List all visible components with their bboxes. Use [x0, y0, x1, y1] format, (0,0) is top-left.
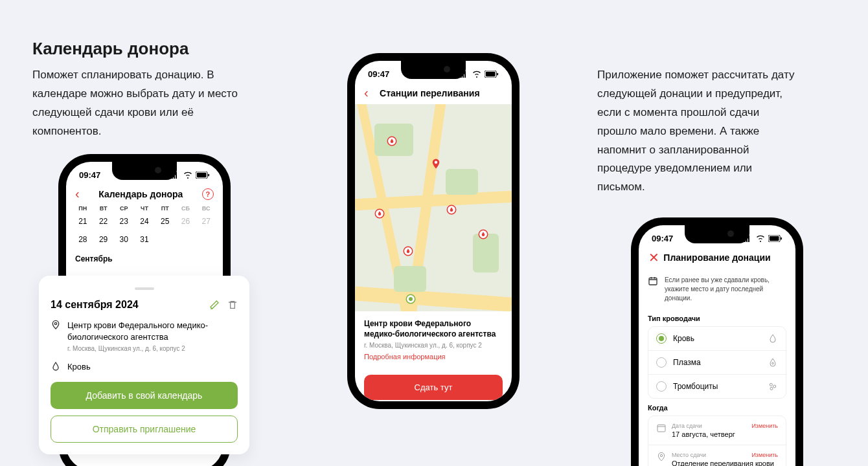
pin-icon	[656, 452, 667, 462]
svg-point-15	[435, 161, 438, 164]
send-invite-button[interactable]: Отправить приглашение	[51, 416, 238, 443]
map-pin[interactable]	[402, 245, 414, 257]
status-time: 09:47	[79, 170, 100, 180]
when-section-label: Когда	[639, 399, 795, 416]
calendar-grid: 21 22 23 24 25 26 27 28 29 30 31	[66, 212, 223, 249]
svg-point-7	[54, 322, 56, 324]
cal-day[interactable]: 26	[176, 214, 196, 228]
cal-day[interactable]: 27	[196, 214, 216, 228]
screen-title: Календарь донора	[98, 189, 183, 199]
status-time: 09:47	[368, 69, 389, 79]
phone-notch	[685, 225, 749, 243]
status-time: 09:47	[652, 234, 673, 243]
drop-icon	[51, 361, 61, 372]
wifi-icon	[755, 233, 766, 243]
svg-rect-30	[649, 278, 657, 285]
cal-day-selected[interactable]: 23	[113, 214, 134, 228]
date-field[interactable]: Дата сдачиИзменить 17 августа, четверг	[648, 416, 786, 445]
trash-icon[interactable]	[227, 300, 238, 310]
back-icon[interactable]: ‹	[364, 85, 369, 100]
cal-day[interactable]: 25	[155, 214, 176, 228]
svg-point-33	[773, 385, 776, 388]
cal-day[interactable]: 21	[73, 214, 93, 228]
map-pin[interactable]	[386, 135, 398, 147]
phone-stations: 09:47 ‹ Станции переливания	[347, 53, 520, 409]
when-group: Дата сдачиИзменить 17 августа, четверг М…	[648, 416, 786, 466]
station-details-link[interactable]: Подробная информация	[364, 353, 503, 361]
cal-day[interactable]: 31	[134, 232, 155, 247]
description-left: Поможет спланировать донацию. В календар…	[32, 66, 240, 141]
svg-rect-29	[781, 237, 782, 239]
radio-plasma[interactable]: Плазма	[648, 351, 786, 375]
drop-icon	[768, 333, 778, 344]
svg-rect-6	[208, 173, 209, 176]
station-address: г. Москва, Щукинская ул., д. 6, корпус 2	[364, 342, 503, 349]
battery-icon	[196, 172, 210, 179]
donate-here-button[interactable]: Сдать тут	[364, 375, 503, 400]
station-name: Центр крови Федерального медико-биологич…	[364, 319, 503, 339]
description-right: Приложение поможет рассчитать дату следу…	[597, 66, 798, 197]
help-icon[interactable]: ?	[202, 188, 214, 200]
center-name: Центр крови Федерального медико-биологич…	[67, 320, 238, 343]
wifi-icon	[472, 69, 482, 79]
add-calendar-button[interactable]: Добавить в свой календарь	[51, 382, 238, 409]
battery-icon	[768, 235, 782, 242]
cal-day[interactable]: 30	[113, 232, 134, 247]
info-banner-text: Если ранее вы уже сдавали кровь, укажите…	[665, 276, 786, 303]
radio-platelets[interactable]: Тромбоциты	[648, 375, 786, 398]
center-address: г. Москва, Щукинская ул., д. 6, корпус 2	[67, 344, 238, 353]
weekday-row: ПНВТСРЧТПТСБВС	[66, 205, 223, 212]
map-pin[interactable]	[446, 204, 457, 216]
map-pin-selected[interactable]	[430, 158, 442, 170]
cal-day[interactable]: 29	[93, 232, 114, 247]
svg-rect-13	[486, 71, 496, 76]
type-section-label: Тип кроводачи	[639, 309, 795, 326]
change-date-link[interactable]: Изменить	[751, 423, 778, 429]
svg-point-32	[770, 383, 772, 386]
donation-type: Кровь	[67, 362, 91, 372]
phone-notch	[112, 162, 177, 180]
svg-point-31	[772, 362, 774, 364]
svg-point-34	[770, 387, 773, 390]
screen-title: Станции переливания	[380, 88, 479, 98]
change-place-link[interactable]: Изменить	[751, 452, 778, 458]
phone-notch	[401, 61, 466, 79]
radio-blood[interactable]: Кровь	[648, 327, 786, 351]
page-heading: Календарь донора	[32, 39, 188, 59]
date-value: 17 августа, четверг	[672, 430, 778, 438]
map-pin-user[interactable]	[405, 293, 417, 305]
place-field[interactable]: Место сдачиИзменить Отделение переливани…	[648, 445, 786, 466]
edit-icon[interactable]	[209, 300, 220, 310]
calendar-info-icon	[648, 276, 658, 286]
event-date: 14 сентября 2024	[51, 299, 139, 311]
phone-planning: 09:47 ✕ Планирование донации Если ранее …	[631, 217, 803, 466]
month-label: Сентябрь	[66, 249, 223, 269]
svg-rect-14	[497, 72, 498, 75]
calendar-icon	[656, 423, 667, 433]
svg-point-36	[660, 454, 662, 456]
plasma-icon	[768, 357, 778, 368]
back-icon[interactable]: ‹	[75, 186, 80, 201]
map-pin[interactable]	[477, 228, 489, 240]
place-value: Отделение переливания крови в Городской …	[672, 460, 778, 466]
svg-rect-28	[770, 236, 779, 240]
drag-handle[interactable]	[135, 287, 154, 290]
cal-day[interactable]: 22	[93, 214, 114, 228]
cal-day[interactable]: 28	[73, 232, 93, 247]
battery-icon	[485, 71, 499, 78]
close-icon[interactable]: ✕	[648, 250, 659, 265]
svg-point-22	[409, 297, 413, 301]
cal-day[interactable]: 24	[134, 214, 155, 228]
donation-type-group: Кровь Плазма Тромбоциты	[648, 326, 786, 399]
screen-title: Планирование донации	[663, 252, 770, 263]
svg-rect-5	[197, 172, 207, 177]
wifi-icon	[183, 170, 193, 180]
pin-icon	[51, 320, 61, 330]
donation-event-card: 14 сентября 2024 Центр крови Федеральног…	[39, 276, 249, 454]
svg-rect-35	[657, 425, 665, 432]
map-pin[interactable]	[374, 208, 385, 219]
map-view[interactable]	[355, 104, 512, 311]
platelets-icon	[768, 381, 778, 392]
